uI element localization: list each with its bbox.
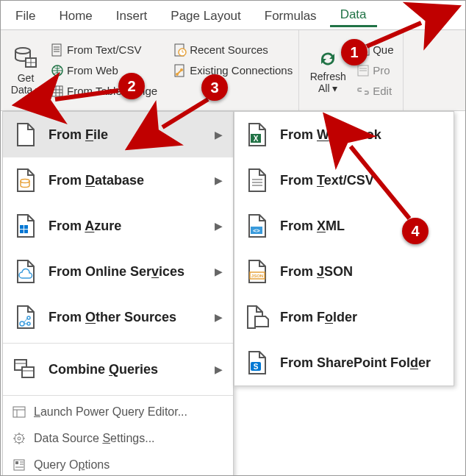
menu-data-source-settings-label: Data Source Settings... [34,432,155,445]
menu-from-database-label: From Database [49,173,144,188]
xml-icon: <> [243,212,271,240]
web-icon [51,64,64,77]
cloud-icon [12,257,40,285]
menu-from-database[interactable]: From Database ▶ [3,157,233,203]
submenu-from-workbook-label: From Workbook [280,127,381,143]
svg-text:X: X [254,135,259,143]
submenu-from-folder-label: From Folder [280,310,357,325]
menu-from-azure-label: From Azure [49,219,121,234]
submenu-from-workbook[interactable]: X From Workbook [234,112,454,157]
query-options-icon [12,458,26,472]
recent-sources-label: Recent Sources [190,43,268,56]
submenu-from-text-csv-label: From Text/CSV [280,173,374,188]
properties-button[interactable]: Pro [356,62,393,79]
get-data-small-list-2: Recent Sources Existing Connections [171,33,293,107]
from-file-submenu: X From Workbook From Text/CSV <> From XM… [234,111,454,386]
file-icon [12,121,40,149]
svg-point-17 [176,73,179,76]
submenu-arrow-icon: ▶ [215,220,223,232]
tab-data[interactable]: Data [330,3,377,27]
tab-formulas[interactable]: Formulas [254,4,327,26]
menu-from-file[interactable]: From File ▶ [3,112,233,157]
json-icon: JSON [243,257,271,285]
existing-connections-button[interactable]: Existing Connections [173,62,293,79]
get-transform-group: Get Data ▾ From Text/CSV From Web From T… [1,30,299,110]
submenu-arrow-icon: ▶ [215,311,223,323]
from-text-csv-button[interactable]: From Text/CSV [51,41,157,59]
properties-label: Pro [373,64,390,77]
svg-rect-9 [52,86,62,96]
submenu-from-sharepoint-label: From SharePoint Folder [280,355,431,371]
get-data-button[interactable]: Get Data ▾ [4,33,48,107]
edit-links-icon [356,85,370,98]
sharepoint-icon: S [243,349,271,377]
submenu-from-text-csv[interactable]: From Text/CSV [234,157,454,203]
svg-text:JSON: JSON [251,274,263,278]
menu-query-options-label: Query Options [34,458,110,472]
annotation-badge-2: 2 [118,73,145,99]
combine-icon [12,355,40,383]
submenu-arrow-icon: ▶ [215,266,223,277]
text-csv-file-icon [243,166,271,194]
database-icon [12,166,40,194]
menu-from-online-services[interactable]: From Online Services ▶ [3,249,233,294]
menu-data-source-settings[interactable]: Data Source Settings... [3,425,233,452]
submenu-arrow-icon: ▶ [215,174,223,186]
submenu-from-xml-label: From XML [280,219,345,234]
svg-text:<>: <> [253,227,260,234]
get-data-label2: Data ▾ [11,85,40,96]
get-data-icon [12,45,39,71]
refresh-label1: Refresh [310,71,346,82]
tab-insert[interactable]: Insert [106,4,158,26]
refresh-label2: All ▾ [318,83,337,94]
svg-rect-44 [15,461,18,464]
menu-query-options[interactable]: Query Options [3,452,233,476]
menu-from-file-label: From File [49,127,108,143]
svg-point-18 [180,68,183,71]
properties-icon [356,64,370,77]
recent-sources-button[interactable]: Recent Sources [173,41,293,59]
submenu-arrow-icon: ▶ [215,129,223,141]
submenu-from-sharepoint-folder[interactable]: S From SharePoint Folder [234,340,454,386]
folder-icon [243,303,271,331]
submenu-arrow-icon: ▶ [215,363,223,375]
svg-text:S: S [254,363,259,371]
queries-label: Que [373,43,393,56]
menu-launch-pq-editor[interactable]: Launch Power Query Editor... [3,399,233,425]
tab-file[interactable]: File [5,4,46,26]
ribbon-tabs: File Home Insert Page Layout Formulas Da… [1,1,465,30]
menu-combine-queries[interactable]: Combine Queries ▶ [3,347,233,392]
svg-rect-35 [22,367,34,377]
svg-rect-38 [13,407,25,417]
text-csv-icon [51,43,64,57]
menu-from-other-sources-label: From Other Sources [49,310,176,325]
edit-links-button[interactable]: Edit [356,82,393,100]
svg-rect-4 [52,44,61,56]
get-data-menu: From File ▶ From Database ▶ From Azure ▶… [2,111,234,476]
from-web-button[interactable]: From Web [51,62,157,79]
table-icon [51,85,64,98]
annotation-badge-4: 4 [402,218,429,244]
menu-from-other-sources[interactable]: From Other Sources ▶ [3,294,233,340]
annotation-badge-1: 1 [341,39,368,65]
edit-links-label: Edit [373,85,392,97]
other-sources-icon [12,303,40,331]
svg-point-0 [15,48,30,54]
existing-connections-label: Existing Connections [190,64,293,77]
submenu-from-json[interactable]: JSON From JSON [234,249,454,294]
annotation-badge-3: 3 [201,74,228,101]
tab-page-layout[interactable]: Page Layout [160,4,251,26]
ribbon: Get Data ▾ From Text/CSV From Web From T… [1,30,465,111]
submenu-from-json-label: From JSON [280,264,353,280]
from-web-label: From Web [67,64,118,77]
submenu-from-folder[interactable]: From Folder [234,294,454,340]
svg-rect-26 [24,225,28,229]
from-text-csv-label: From Text/CSV [67,43,141,56]
pq-editor-icon [12,405,26,419]
tab-home[interactable]: Home [49,4,102,26]
recent-icon [173,43,187,57]
svg-rect-28 [24,230,28,233]
menu-combine-queries-label: Combine Queries [49,362,158,377]
menu-from-azure[interactable]: From Azure ▶ [3,203,233,249]
get-data-label1: Get [18,73,35,84]
